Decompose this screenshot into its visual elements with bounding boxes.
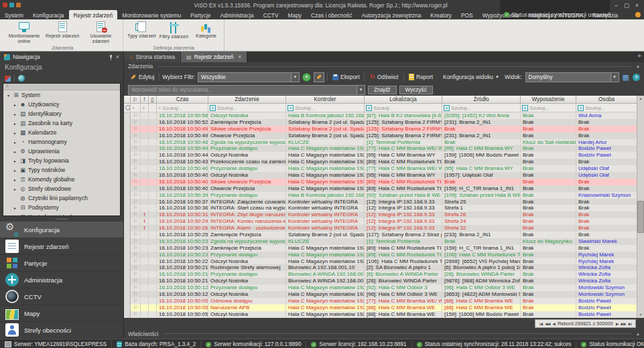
- event-row[interactable]: ⚐16.10.2018 10:50:21Przyznanie dostępuBi…: [124, 271, 637, 278]
- sidebar-item-cctv[interactable]: CCTV: [0, 288, 123, 305]
- first-page-icon[interactable]: |◀: [539, 321, 542, 326]
- search-input[interactable]: [129, 86, 357, 94]
- event-row[interactable]: ⚐!16.10.2018 10:50:31INTEGRA: Zbyt długi…: [124, 211, 637, 218]
- tree-item-identyfikatory[interactable]: ▸▤Identyfikatory: [3, 109, 120, 118]
- filter-alert-column[interactable]: =: [141, 104, 149, 112]
- menu-item-czas-i-obecność[interactable]: Czas i obecność: [306, 10, 357, 19]
- event-row[interactable]: ⚐16.10.2018 10:50:05Odczyt NośnikaHala C…: [124, 311, 637, 318]
- event-row[interactable]: ⚐16.10.2018 10:50:43Przekroczenie czasu …: [124, 159, 637, 165]
- column-header-kontroler[interactable]: Kontroler: [286, 96, 365, 104]
- scrollbar-thumb[interactable]: [637, 201, 644, 233]
- nav-tool-icon[interactable]: [5, 76, 11, 82]
- menu-item-kreatory[interactable]: Kreatory: [426, 10, 456, 19]
- edit-button[interactable]: Edytuj: [128, 73, 156, 81]
- column-header-lokalizacja[interactable]: Lokalizacja: [365, 96, 442, 104]
- expander-icon[interactable]: ▸: [13, 187, 17, 191]
- view-config-button[interactable]: Konfiguracja widoku ▼: [441, 73, 501, 81]
- ribbon-button-typy-zdarzeń[interactable]: Typy zdarzeń: [125, 20, 157, 45]
- tree-item-harmonogramy[interactable]: ▸◔Harmonogramy: [3, 137, 120, 147]
- ribbon-button-kategorie[interactable]: Kategorie: [190, 20, 222, 45]
- menu-item-autoryzacja-zewnętrzna[interactable]: Autoryzacja zewnętrzna: [357, 10, 426, 19]
- tree-filter-strip[interactable]: =: [3, 84, 120, 90]
- sidebar-item-administracja[interactable]: Administracja: [0, 272, 123, 288]
- expander-icon[interactable]: ▸: [13, 205, 17, 210]
- sidebar-item-rejestr-zdarzeń[interactable]: Rejestr zdarzeń: [0, 238, 123, 255]
- expander-icon[interactable]: ▸: [13, 102, 17, 107]
- filter-attachment-column[interactable]: [149, 104, 157, 112]
- tree-item-tryby-logowania[interactable]: ▸◨Tryby logowania: [3, 156, 120, 165]
- edit-filter-button[interactable]: [314, 72, 324, 82]
- tab-close-icon[interactable]: ×: [238, 54, 241, 60]
- column-header-czas[interactable]: Czas: [157, 96, 208, 104]
- event-row[interactable]: ⚐16.10.2018 10:50:25Zamknięcie Przejścia…: [124, 232, 637, 238]
- tree-item-użytkownicy[interactable]: ▸☻Użytkownicy: [3, 100, 120, 109]
- tree-item-podsystemy[interactable]: ▸⊟Podsystemy: [3, 203, 120, 212]
- expander-icon[interactable]: ▸: [13, 121, 17, 126]
- tree-root-system[interactable]: ▾⊞System: [3, 90, 120, 100]
- sidebar-item-partycje[interactable]: Partycje: [0, 255, 123, 272]
- expander-icon[interactable]: ▸: [13, 140, 17, 145]
- clear-button[interactable]: Wyczyść: [399, 86, 433, 94]
- column-header-osoba[interactable]: Osoba: [576, 96, 637, 104]
- report-button[interactable]: Raport: [407, 73, 435, 81]
- add-filter-button[interactable]: +: [302, 73, 311, 82]
- event-row[interactable]: ⚐16.10.2018 10:50:36INTEGRA: Start czasu…: [124, 205, 637, 211]
- header-row-indicator[interactable]: [124, 96, 131, 104]
- event-row[interactable]: ⚐16.10.2018 10:50:44Odczyt NośnikaHala C…: [124, 152, 637, 159]
- filter-cell-źródło[interactable]: aSzukaj...: [442, 104, 521, 112]
- event-row[interactable]: ⚐16.10.2018 10:50:12Przyznanie dostępuHa…: [124, 284, 637, 291]
- event-row[interactable]: ⚐!16.10.2018 10:50:29INTEGRA: Koniec nar…: [124, 218, 637, 225]
- panel-splitter[interactable]: ••••••: [0, 216, 123, 222]
- ribbon-button-monitorowanie-online[interactable]: Monitorowanie online: [4, 20, 44, 45]
- expander-icon[interactable]: ▸: [13, 159, 17, 163]
- panel-close-icon[interactable]: ×: [116, 54, 119, 60]
- event-row[interactable]: ⚐16.10.2018 10:50:44Przyznanie dostępuHa…: [124, 145, 637, 152]
- menu-item-mapy[interactable]: Mapy: [283, 10, 306, 19]
- expander-icon[interactable]: ▸: [13, 168, 17, 173]
- filter-cell-lokalizacja[interactable]: aSzukaj...: [365, 104, 442, 112]
- event-row[interactable]: ⚐16.10.2018 10:50:49Otwarcie PrzejściaSz…: [124, 133, 637, 139]
- scroll-up-icon[interactable]: ▲: [639, 96, 643, 102]
- filter-row-indicator[interactable]: [124, 104, 131, 112]
- header-flag-column[interactable]: ⚐: [131, 96, 141, 104]
- add-tab-icon[interactable]: +: [637, 52, 641, 60]
- event-row[interactable]: ⚐16.10.2018 10:50:52Zamknięcie Przejścia…: [124, 119, 637, 126]
- event-row[interactable]: ⚐16.10.2018 10:50:40Przyznanie dostępuHa…: [124, 165, 637, 172]
- filter-cell-wyposażenie[interactable]: aSzukaj...: [521, 104, 576, 112]
- vertical-scrollbar[interactable]: ▲ ▼: [637, 96, 644, 318]
- event-row[interactable]: ⚐16.10.2018 10:50:40Odczyt NośnikaHala C…: [124, 172, 637, 179]
- event-row[interactable]: ⚐!16.10.2018 10:50:26INTEGRA: Alarm - us…: [124, 225, 637, 232]
- column-header-wyposażenie[interactable]: Wyposażenie: [521, 96, 576, 104]
- event-row[interactable]: ⚐16.10.2018 10:50:12Odczyt NośnikaHala C…: [124, 291, 637, 298]
- ribbon-button-filtry-zdarzeń[interactable]: Filtry zdarzeń: [157, 20, 190, 45]
- refresh-button[interactable]: ↻ Odśwież: [367, 73, 401, 81]
- filter-cell-osoba[interactable]: aSzukaj...: [576, 104, 637, 112]
- sidebar-item-mapy[interactable]: Mapy: [0, 305, 123, 322]
- event-row[interactable]: ⚐16.10.2018 10:50:49Siłowe otwarcie Prze…: [124, 126, 637, 133]
- filter-cell-czas[interactable]: =Szukaj...: [157, 104, 208, 112]
- event-row[interactable]: ⚐16.10.2018 10:50:40Otwarcie PrzejściaHa…: [124, 185, 637, 192]
- menu-item-cctv[interactable]: CCTV: [259, 10, 283, 19]
- expander-icon[interactable]: ▸: [13, 177, 17, 182]
- event-row[interactable]: ⚐16.10.2018 10:50:21Rozbrojenie Strefy a…: [124, 264, 637, 271]
- export-button[interactable]: Eksport: [330, 73, 361, 81]
- event-row[interactable]: ⚐16.10.2018 10:50:05Odmowa dostępuHala C…: [124, 298, 637, 304]
- event-row[interactable]: ⚐16.10.2018 10:50:23Przyznanie dostępuHa…: [124, 252, 637, 258]
- tree-item-czytniki-linii-papilarnych[interactable]: ◍Czytniki linii papilarnych: [3, 193, 120, 203]
- sidebar-item-konfiguracja[interactable]: Konfiguracja: [0, 222, 123, 238]
- event-row[interactable]: ⚐16.10.2018 10:50:05Naruszenie APBHala C…: [124, 304, 637, 311]
- sidebar-item-strefy-obecności[interactable]: Strefy obecności: [0, 322, 123, 339]
- search-field[interactable]: ▼: [128, 85, 365, 95]
- minimize-button[interactable]: –: [615, 2, 618, 9]
- tree-item-uprawnienia[interactable]: ▸⚙Uprawnienia: [3, 147, 120, 156]
- event-row[interactable]: ⚐16.10.2018 10:50:21Odczyt NośnikaBiurow…: [124, 278, 637, 284]
- expander-icon[interactable]: ▸: [13, 112, 17, 116]
- menu-item-system[interactable]: System: [0, 10, 28, 19]
- tab-rejestr-zdarzeń[interactable]: ▤Rejestr zdarzeń×: [181, 52, 247, 62]
- filter-flag-column[interactable]: =: [131, 104, 141, 112]
- header-alert-column[interactable]: !: [141, 96, 149, 104]
- tree-item-kalendarze[interactable]: ▸▦Kalendarze: [3, 128, 120, 137]
- prev-block-icon[interactable]: ◀◀: [545, 321, 550, 326]
- last-page-icon[interactable]: ▶|: [629, 321, 631, 326]
- tree-item-typy-nośników[interactable]: ▸▣Typy nośników: [3, 165, 120, 175]
